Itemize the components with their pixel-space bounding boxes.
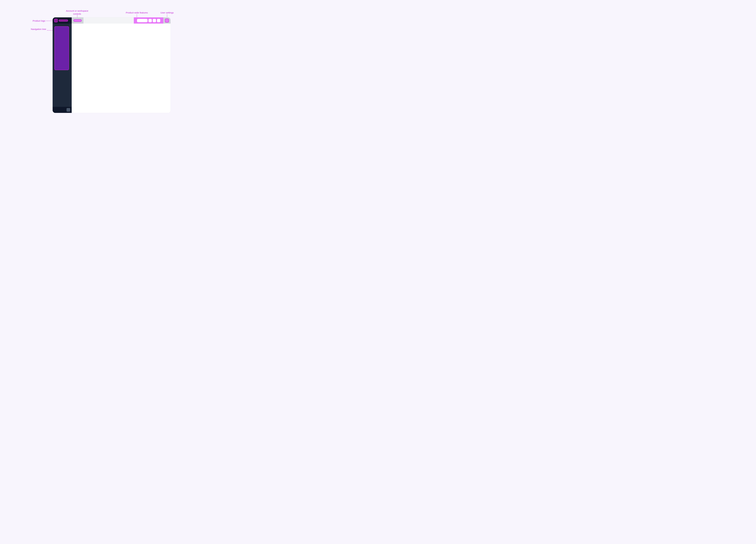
- product-feature-item[interactable]: [137, 19, 148, 22]
- account-workspace-selector[interactable]: [73, 19, 82, 22]
- product-wide-features-region: [134, 17, 163, 24]
- product-logo-wordmark[interactable]: [59, 20, 68, 22]
- leader-product-logo: [46, 21, 54, 21]
- product-feature-item[interactable]: [157, 19, 160, 22]
- sidebar-header: [53, 17, 72, 24]
- label-account-workspace: Account or workspace controls: [62, 9, 92, 16]
- topbar-spacer: [83, 17, 134, 24]
- sidebar-footer: [53, 107, 72, 113]
- app-window: [53, 17, 171, 113]
- label-product-features: Product-wide features: [116, 11, 157, 14]
- label-user-settings: User settings: [154, 11, 180, 14]
- user-settings-region: [163, 17, 171, 24]
- label-product-logo: Product logo: [15, 19, 45, 22]
- user-settings-button[interactable]: [165, 19, 169, 23]
- sidebar: [53, 17, 72, 113]
- sidebar-footer-control[interactable]: [67, 108, 70, 112]
- account-workspace-region: [72, 17, 83, 24]
- product-feature-item[interactable]: [148, 19, 152, 22]
- navigation-tree[interactable]: [54, 26, 69, 70]
- sidebar-body: [53, 24, 72, 107]
- main-content: [72, 24, 171, 113]
- product-logo-mark[interactable]: [54, 19, 58, 22]
- product-feature-item[interactable]: [153, 19, 156, 22]
- label-navigation-tree: Navigation tree: [16, 28, 46, 31]
- topbar: [72, 17, 171, 24]
